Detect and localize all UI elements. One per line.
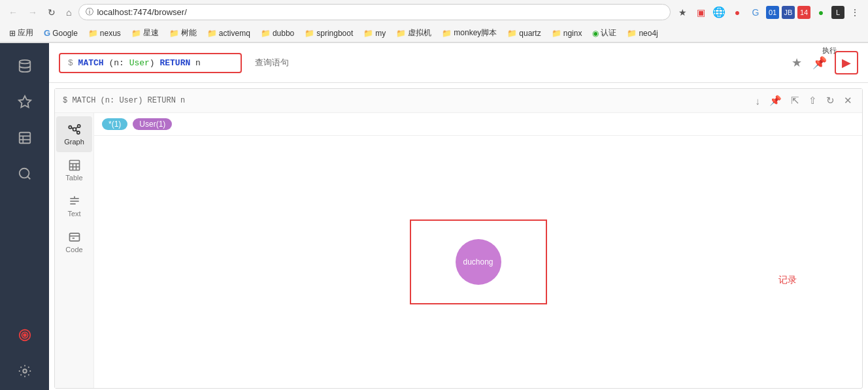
svg-point-0 xyxy=(19,60,30,64)
folder-icon-quartz: 📁 xyxy=(507,29,517,38)
user-tag[interactable]: User(1) xyxy=(133,118,172,130)
graph-node-container: duchong xyxy=(410,219,547,304)
bookmark-nexus[interactable]: 📁 nexus xyxy=(84,27,125,39)
quartz-label: quartz xyxy=(519,29,541,38)
lock-icon: ⓘ xyxy=(86,7,93,18)
svg-line-7 xyxy=(27,176,30,179)
browser-ext6[interactable]: 14 xyxy=(797,6,810,19)
bookmark-shuneng[interactable]: 📁 树能 xyxy=(165,26,201,40)
graph-canvas: duchong 记录 xyxy=(94,136,862,388)
browser-ext8[interactable]: L xyxy=(831,6,844,19)
main-content: $ MATCH (n: User) RETURN n 查询语句 执行 ★ 📌 ▶… xyxy=(49,43,868,390)
url-text: localhost:7474/browser/ xyxy=(97,7,663,17)
bookmark-quartz[interactable]: 📁 quartz xyxy=(503,27,544,39)
bookmark-monkey[interactable]: 📁 monkey脚本 xyxy=(438,26,501,40)
pin-button[interactable]: 📌 xyxy=(810,53,829,73)
apps-icon: ⊞ xyxy=(9,29,16,38)
browser-ext1[interactable]: 🌐 xyxy=(711,5,727,20)
folder-icon-my: 📁 xyxy=(363,29,373,38)
close-result-button[interactable]: ✕ xyxy=(842,93,854,108)
bookmark-xingxing[interactable]: 📁 星速 xyxy=(127,26,163,40)
query-parens: (n: xyxy=(104,58,129,68)
bookmark-my[interactable]: 📁 my xyxy=(359,27,390,39)
star-icon[interactable]: ★ xyxy=(675,5,690,20)
home-button[interactable]: ⌂ xyxy=(63,6,75,19)
match-keyword: MATCH xyxy=(78,58,104,68)
browser-ext7[interactable]: ● xyxy=(813,5,829,20)
bookmark-neo4j[interactable]: 📁 neo4j xyxy=(623,27,661,39)
activemq-label: activemq xyxy=(219,29,250,38)
browser-ext3[interactable]: G xyxy=(748,5,763,20)
sidebar-item-search[interactable] xyxy=(8,157,41,190)
back-button[interactable]: ← xyxy=(5,6,21,19)
menu-button[interactable]: ⋮ xyxy=(847,5,863,20)
refresh-button[interactable]: ↻ xyxy=(824,93,837,108)
svg-rect-19 xyxy=(69,161,79,171)
reload-button[interactable]: ↻ xyxy=(44,6,59,19)
svg-point-14 xyxy=(77,125,80,127)
query-bar: $ MATCH (n: User) RETURN n 查询语句 执行 ★ 📌 ▶ xyxy=(49,43,868,83)
expand-button[interactable]: ⇱ xyxy=(789,93,801,108)
tab-code-label: Code xyxy=(65,246,82,253)
tab-graph[interactable]: Graph xyxy=(56,116,92,152)
svg-point-11 xyxy=(23,369,27,373)
extension-icon[interactable]: ▣ xyxy=(693,5,709,20)
bookmark-google[interactable]: G Google xyxy=(40,27,82,39)
query-var: n xyxy=(190,58,201,68)
bookmark-nginx[interactable]: 📁 nginx xyxy=(548,27,586,39)
forward-button[interactable]: → xyxy=(25,6,41,19)
query-input[interactable]: $ MATCH (n: User) RETURN n xyxy=(59,53,242,73)
tab-table[interactable]: Table xyxy=(56,152,92,188)
nav-bar: ← → ↻ ⌂ ⓘ localhost:7474/browser/ ★ ▣ 🌐 … xyxy=(0,0,868,24)
tab-table-label: Table xyxy=(65,174,82,182)
tab-graph-label: Graph xyxy=(64,138,84,146)
address-bar[interactable]: ⓘ localhost:7474/browser/ xyxy=(78,4,671,20)
bookmark-renzheng[interactable]: ◉ 认证 xyxy=(588,26,620,40)
svg-line-18 xyxy=(76,130,77,132)
svg-line-16 xyxy=(71,128,73,129)
download-button[interactable]: ↓ xyxy=(754,93,763,108)
neo4j-label: neo4j xyxy=(639,29,658,38)
bookmark-apps[interactable]: ⊞ 应用 xyxy=(5,26,37,40)
sidebar-item-alert[interactable] xyxy=(8,319,41,351)
svg-rect-2 xyxy=(19,133,30,144)
folder-icon-monkey: 📁 xyxy=(442,29,452,38)
results-body: Graph Table xyxy=(55,113,862,388)
browser-ext2[interactable]: ● xyxy=(729,5,745,20)
count-tag[interactable]: *(1) xyxy=(102,118,127,130)
sidebar xyxy=(0,43,49,390)
sidebar-item-documents[interactable] xyxy=(8,122,41,154)
sidebar-item-settings[interactable] xyxy=(8,355,41,387)
browser-ext4[interactable]: 01 xyxy=(766,6,779,19)
bookmark-activemq[interactable]: 📁 activemq xyxy=(203,27,254,39)
folder-icon-activemq: 📁 xyxy=(207,29,217,38)
browser-ext5[interactable]: JB xyxy=(782,6,795,19)
springboot-label: springboot xyxy=(316,29,353,38)
google-icon: G xyxy=(44,28,50,38)
sidebar-item-favorites[interactable] xyxy=(8,86,41,118)
dollar-sign: $ xyxy=(68,58,78,68)
query-hint-text: 查询语句 xyxy=(255,57,289,69)
execute-label: 执行 xyxy=(822,46,837,56)
bookmark-dubbo[interactable]: 📁 dubbo xyxy=(257,27,298,39)
return-keyword: RETURN xyxy=(159,58,190,68)
folder-icon-nexus: 📁 xyxy=(88,29,98,38)
tab-code[interactable]: Code xyxy=(56,224,92,260)
bookmark-springboot[interactable]: 📁 springboot xyxy=(301,27,357,39)
favorite-button[interactable]: ★ xyxy=(789,53,805,73)
folder-icon-springboot: 📁 xyxy=(305,29,314,38)
graph-node-duchong[interactable]: duchong xyxy=(456,239,501,285)
bookmarks-bar: ⊞ 应用 G Google 📁 nexus 📁 星速 📁 树能 📁 active… xyxy=(0,24,868,42)
bookmark-xuniji[interactable]: 📁 虚拟机 xyxy=(392,26,435,40)
run-button[interactable]: ▶ xyxy=(835,51,858,74)
pin-result-button[interactable]: 📌 xyxy=(767,93,784,108)
result-tags: *(1) User(1) xyxy=(94,113,862,136)
results-toolbar: $ MATCH (n: User) RETURN n ↓ 📌 ⇱ ⇧ ↻ ✕ xyxy=(55,89,862,113)
collapse-up-button[interactable]: ⇧ xyxy=(807,93,819,108)
tab-text[interactable]: Text xyxy=(56,188,92,224)
svg-rect-28 xyxy=(69,233,79,241)
sidebar-item-database[interactable] xyxy=(8,50,41,82)
results-view-area: *(1) User(1) duchong 记录 xyxy=(94,113,862,388)
apps-label: 应用 xyxy=(18,27,33,39)
google-label: Google xyxy=(52,29,78,38)
